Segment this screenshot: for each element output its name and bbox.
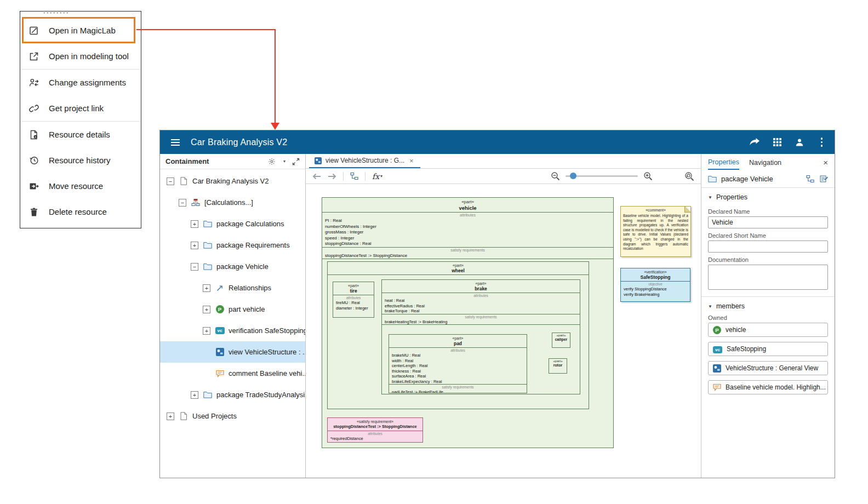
- member-item-vehiclestructure-view[interactable]: VehicleStructure : General View: [708, 361, 828, 375]
- menu-item-delete-resource[interactable]: Delete resource: [20, 199, 141, 225]
- folder-icon: [203, 391, 213, 398]
- annotation-arrow-horizontal: [136, 29, 275, 30]
- containment-title: Containment: [165, 157, 209, 165]
- expand-toggle[interactable]: +: [167, 413, 174, 420]
- tab-navigation[interactable]: Navigation: [749, 155, 781, 169]
- menu-item-open-in-modeling-tool[interactable]: Open in modeling tool: [20, 43, 141, 69]
- app-title: Car Braking Analysis V2: [191, 138, 287, 147]
- menu-item-change-assignments[interactable]: Change assignments: [20, 70, 141, 95]
- expand-toggle[interactable]: +: [203, 327, 210, 335]
- resource-details-icon: [28, 129, 40, 141]
- locate-in-tree-icon[interactable]: [806, 175, 814, 183]
- tree-item-verification-safestopping[interactable]: + vc verification SafeStopping: [160, 320, 305, 341]
- zoom-out-icon[interactable]: [551, 171, 560, 181]
- annotation-arrow-vertical: [275, 29, 276, 123]
- tree-item-package-calculations[interactable]: + package Calculations: [160, 213, 305, 234]
- zoom-in-icon[interactable]: [643, 171, 653, 181]
- collapse-toggle[interactable]: −: [167, 177, 174, 185]
- folder-icon: [203, 263, 213, 270]
- tab-view-vehiclestructure[interactable]: view VehicleStructure : G... ×: [309, 154, 420, 168]
- chevron-down-icon: ▾: [380, 174, 382, 179]
- annotation-arrow-head: [271, 123, 279, 130]
- expand-toggle[interactable]: +: [203, 284, 210, 292]
- satisfy-requirement-block[interactable]: «satisfy requirement» stoppingDistanceTe…: [327, 417, 423, 443]
- part-icon: P: [713, 326, 721, 334]
- relationships-icon: [215, 284, 225, 292]
- editor-area: view VehicleStructure : G... × fx▾: [306, 154, 701, 478]
- open-specification-icon[interactable]: [820, 175, 828, 183]
- fx-expression-button[interactable]: fx▾: [372, 172, 382, 181]
- part-tire-block[interactable]: «part» tire attributes tireMU : Real dia…: [333, 282, 374, 318]
- move-resource-icon: [28, 180, 40, 192]
- folder-icon: [708, 175, 717, 182]
- tree-item-view-vehiclestructure[interactable]: view VehicleStructure : ...: [160, 341, 305, 363]
- chevron-down-icon: ▼: [708, 195, 712, 200]
- tree-item-comment-baseline[interactable]: comment Baseline vehi...: [160, 363, 305, 384]
- containment-tree-icon[interactable]: [350, 172, 358, 180]
- member-item-baseline-comment[interactable]: Baseline vehicle model. Highligh...: [708, 380, 828, 394]
- tab-properties[interactable]: Properties: [708, 154, 739, 170]
- close-panel-icon[interactable]: ×: [823, 158, 828, 167]
- view-diagram-icon: [315, 157, 322, 164]
- document-icon: [179, 412, 189, 420]
- expand-toggle[interactable]: +: [191, 242, 198, 249]
- zoom-slider[interactable]: [566, 175, 638, 177]
- app-window: Car Braking Analysis V2 Containment: [159, 130, 835, 478]
- folder-icon: [203, 242, 213, 249]
- view-icon: [713, 364, 721, 373]
- menu-item-resource-history[interactable]: Resource history: [20, 147, 141, 173]
- annotation-highlight-box: [22, 17, 135, 43]
- tree-item-used-projects[interactable]: + Used Projects: [160, 405, 305, 427]
- kebab-menu-icon[interactable]: [818, 136, 826, 148]
- hamburger-menu-icon[interactable]: [169, 137, 182, 148]
- tree-item-package-vehicle[interactable]: − package Vehicle: [160, 256, 305, 277]
- open-external-icon: [28, 50, 40, 62]
- section-members[interactable]: ▼ members: [701, 297, 835, 313]
- expand-toggle[interactable]: +: [191, 220, 198, 228]
- tree-item-package-requirements[interactable]: + package Requirements: [160, 234, 305, 256]
- user-icon[interactable]: [795, 138, 804, 147]
- app-header: Car Braking Analysis V2: [160, 130, 835, 154]
- forward-icon[interactable]: [328, 173, 336, 180]
- settings-gear-icon[interactable]: [268, 158, 276, 165]
- tree-item-relationships[interactable]: + Relationships: [160, 277, 305, 299]
- zoom-reset-icon[interactable]: [684, 171, 694, 181]
- verification-block[interactable]: «verification» SafeStopping objective ve…: [620, 268, 690, 302]
- verification-icon: vc: [713, 345, 722, 353]
- share-icon[interactable]: [749, 138, 760, 147]
- menu-item-move-resource[interactable]: Move resource: [20, 173, 141, 199]
- menu-item-get-project-link[interactable]: Get project link: [20, 95, 141, 121]
- comment-icon: [215, 370, 225, 377]
- member-item-vehicle[interactable]: P vehicle: [708, 323, 828, 337]
- tree-item-part-vehicle[interactable]: + P part vehicle: [160, 299, 305, 320]
- tree-item-project-root[interactable]: − Car Braking Analysis V2: [160, 170, 305, 192]
- menu-item-resource-details[interactable]: Resource details: [20, 122, 141, 147]
- back-icon[interactable]: [312, 173, 321, 180]
- diagram-canvas[interactable]: «part» vehicle attributes PI : Real numb…: [306, 184, 701, 478]
- declared-short-name-field[interactable]: [708, 240, 828, 253]
- zoom-slider-thumb[interactable]: [570, 173, 576, 179]
- part-rotor-block[interactable]: «part» rotor: [549, 358, 567, 374]
- containment-panel: Containment ▾ − Car Braking A: [160, 154, 306, 478]
- apps-grid-icon[interactable]: [773, 138, 781, 146]
- tree-item-calculations[interactable]: − [Calculations...]: [160, 192, 305, 213]
- collapse-toggle[interactable]: −: [179, 199, 186, 207]
- part-pad-block[interactable]: «part» pad attributes brakeMU : Real wid…: [389, 334, 527, 393]
- declared-name-field[interactable]: [708, 216, 828, 228]
- comment-note[interactable]: «comment» Baseline vehicle model. Highli…: [620, 206, 691, 257]
- member-item-safestopping[interactable]: vc SafeStopping: [708, 342, 828, 356]
- documentation-field[interactable]: [708, 265, 828, 290]
- expand-toggle[interactable]: +: [203, 306, 210, 313]
- owned-label: Owned: [708, 314, 828, 321]
- close-tab-icon[interactable]: ×: [408, 157, 415, 165]
- section-properties[interactable]: ▼ Properties: [701, 188, 835, 204]
- folder-icon: [203, 220, 213, 227]
- calculations-icon: [191, 198, 201, 207]
- resource-context-menu: ········ Open in MagicLab Open in modeli…: [20, 11, 141, 228]
- collapse-toggle[interactable]: −: [191, 263, 198, 271]
- expand-panel-icon[interactable]: [292, 158, 300, 165]
- part-caliper-block[interactable]: «part» caliper: [552, 333, 570, 348]
- delete-resource-icon: [28, 206, 40, 218]
- tree-item-package-tradestudyanalysis[interactable]: + package TradeStudyAnalysis: [160, 384, 305, 405]
- expand-toggle[interactable]: +: [191, 391, 198, 399]
